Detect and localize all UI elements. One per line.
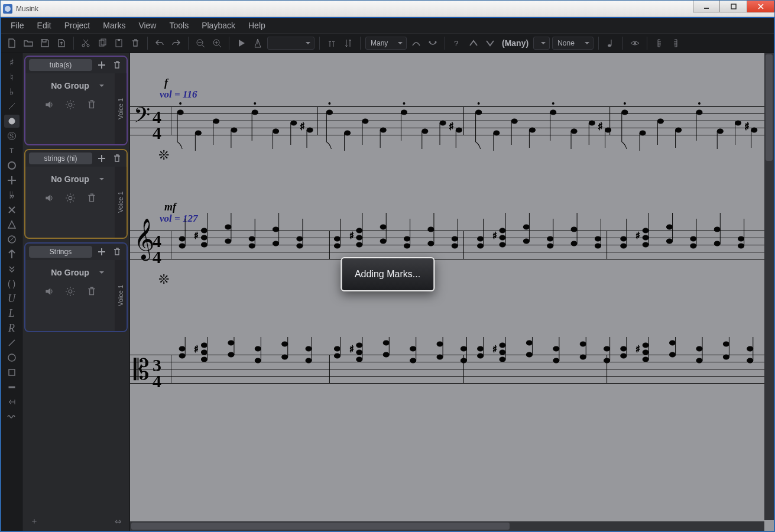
add-track-icon[interactable] — [96, 59, 108, 71]
add-icon[interactable]: ＋ — [30, 516, 38, 527]
tool-open-circle-icon[interactable] — [4, 351, 20, 364]
accent-up-icon[interactable] — [466, 36, 481, 50]
tool-triangle-icon[interactable] — [4, 218, 20, 231]
tool-slash-circle-icon[interactable] — [4, 233, 20, 246]
mute-icon[interactable] — [43, 98, 56, 111]
tool-parens-icon[interactable]: ( ) — [4, 277, 20, 290]
trash-icon[interactable] — [85, 285, 98, 298]
svg-point-16 — [8, 162, 15, 169]
zoom-in-icon[interactable] — [210, 36, 224, 50]
tool-x-icon[interactable] — [4, 203, 20, 216]
notes-up-icon[interactable] — [325, 36, 339, 50]
tool-chevrons-icon[interactable] — [4, 262, 20, 275]
menu-help[interactable]: Help — [242, 19, 271, 32]
metronome-icon[interactable] — [251, 36, 265, 50]
group-select[interactable]: No Group — [38, 173, 103, 186]
menu-file[interactable]: File — [5, 19, 30, 32]
undo-icon[interactable] — [153, 36, 167, 50]
delete-icon[interactable] — [128, 36, 142, 50]
vertical-scrollbar[interactable] — [764, 53, 774, 520]
menu-project[interactable]: Project — [59, 19, 96, 32]
trash-icon[interactable] — [85, 192, 98, 205]
ornament-select[interactable]: None — [552, 37, 594, 50]
tie-icon[interactable] — [426, 36, 440, 50]
svg-point-57 — [201, 228, 207, 233]
tempo-select[interactable] — [267, 37, 314, 50]
menu-tools[interactable]: Tools — [163, 19, 194, 32]
export-icon[interactable] — [54, 36, 69, 50]
tool-l-icon[interactable]: L — [4, 307, 20, 320]
note-icon[interactable] — [604, 36, 618, 50]
bracket-left-icon[interactable] — [652, 36, 666, 50]
group-select[interactable]: No Group — [38, 79, 103, 92]
tool-square-icon[interactable] — [4, 366, 20, 379]
paste-icon[interactable] — [112, 36, 126, 50]
accent-down-icon[interactable] — [483, 36, 497, 50]
open-icon[interactable] — [21, 36, 35, 50]
delete-track-icon[interactable] — [111, 59, 123, 71]
settings-icon[interactable] — [64, 192, 77, 205]
notes-swap-icon[interactable] — [341, 36, 355, 50]
delete-track-icon[interactable] — [111, 246, 123, 258]
help-mark-icon[interactable]: ? — [450, 36, 464, 50]
mute-icon[interactable] — [43, 192, 56, 205]
tool-double-flat-icon[interactable]: 𝄫 — [4, 189, 20, 202]
cut-icon[interactable] — [79, 36, 93, 50]
visibility-icon[interactable] — [628, 36, 642, 50]
track-name-input[interactable]: tuba(s) — [29, 59, 92, 71]
scrollbar-thumb[interactable] — [131, 523, 510, 530]
settings-icon[interactable] — [64, 285, 77, 298]
slur-icon[interactable] — [409, 36, 423, 50]
tool-slash-icon[interactable] — [4, 336, 20, 349]
mute-icon[interactable] — [43, 285, 56, 298]
bracket-right-icon[interactable] — [669, 36, 683, 50]
score-area[interactable]: f vol = 116 𝄢 4 4 — [130, 53, 774, 531]
trash-icon[interactable] — [85, 98, 98, 111]
tool-flat-icon[interactable]: ♭ — [4, 85, 20, 98]
tool-r-icon[interactable]: R — [4, 322, 20, 335]
tool-s-icon[interactable]: S — [4, 129, 20, 142]
new-icon[interactable] — [5, 36, 19, 50]
menu-edit[interactable]: Edit — [31, 19, 57, 32]
tool-sharp-icon[interactable]: ♯ — [4, 56, 20, 69]
tool-arrowhead-icon[interactable] — [4, 395, 20, 408]
minimize-button[interactable] — [693, 1, 720, 12]
articulation-select[interactable] — [533, 37, 550, 50]
tool-t-icon[interactable]: T — [4, 144, 20, 157]
tool-wave-icon[interactable] — [4, 410, 20, 423]
tool-dot-icon[interactable] — [4, 115, 20, 128]
tool-dash-icon[interactable] — [4, 381, 20, 394]
menu-playback[interactable]: Playback — [196, 19, 241, 32]
group-select[interactable]: No Group — [38, 266, 103, 279]
zoom-out-icon[interactable] — [193, 36, 207, 50]
titlebar: Musink — [1, 1, 774, 17]
voice-tab[interactable]: Voice 1 — [115, 260, 127, 331]
maximize-button[interactable] — [720, 1, 747, 12]
play-icon[interactable] — [234, 36, 248, 50]
tool-natural-icon[interactable]: ♮ — [4, 70, 20, 83]
add-track-icon[interactable] — [96, 246, 108, 258]
tool-arrow-up-icon[interactable] — [4, 248, 20, 261]
beam-select[interactable]: Many — [365, 37, 407, 50]
horizontal-scrollbar[interactable] — [130, 521, 764, 531]
add-track-icon[interactable] — [96, 153, 108, 164]
menu-view[interactable]: View — [132, 19, 162, 32]
settings-icon[interactable] — [64, 98, 77, 111]
delete-track-icon[interactable] — [111, 153, 123, 164]
staff: 𝄢 4 4 — [130, 106, 768, 142]
close-button[interactable] — [747, 1, 774, 12]
save-icon[interactable] — [38, 36, 52, 50]
track-name-input[interactable]: Strings — [29, 246, 92, 258]
menu-marks[interactable]: Marks — [97, 19, 131, 32]
resize-icon[interactable]: ⇔ — [115, 517, 122, 526]
tool-cross-icon[interactable] — [4, 174, 20, 187]
tool-circle-icon[interactable] — [4, 159, 20, 172]
copy-icon[interactable] — [95, 36, 109, 50]
track-name-input[interactable]: strings (hi) — [29, 153, 92, 164]
voice-tab[interactable]: Voice 1 — [115, 73, 127, 144]
scrollbar-thumb[interactable] — [766, 54, 773, 161]
voice-tab[interactable]: Voice 1 — [115, 167, 127, 238]
redo-icon[interactable] — [169, 36, 183, 50]
tool-u-icon[interactable]: U — [4, 292, 20, 305]
tool-line-icon[interactable] — [4, 100, 20, 113]
